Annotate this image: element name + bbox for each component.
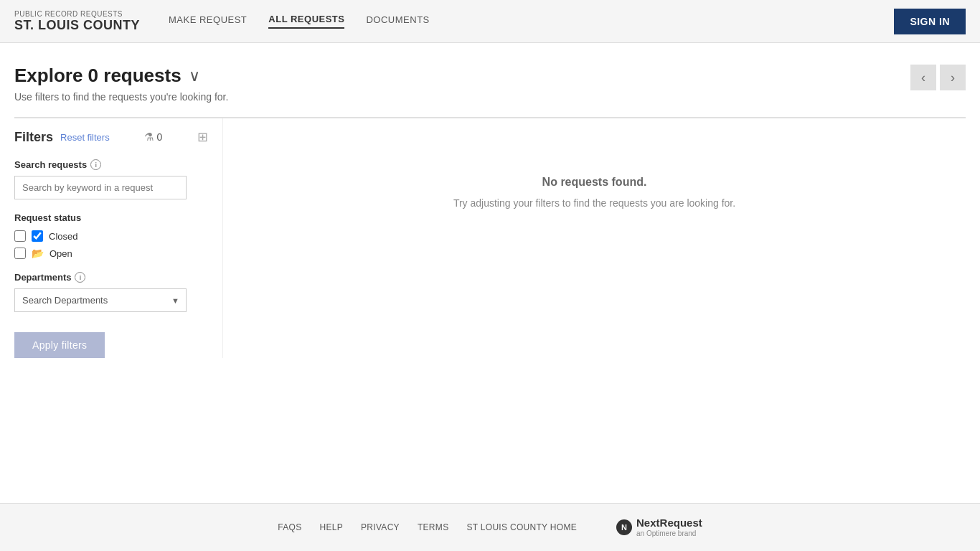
- status-open-checkbox[interactable]: [14, 248, 26, 259]
- no-results-sub: Try adjusting your filters to find the r…: [453, 197, 735, 209]
- status-closed-label[interactable]: Closed: [49, 231, 77, 242]
- prev-page-button[interactable]: ‹: [910, 65, 936, 90]
- request-status-section: Request status Closed 📂 Open: [14, 212, 208, 259]
- search-requests-label: Search requests i: [14, 159, 208, 170]
- brand-title: ST. LOUIS COUNTY: [14, 18, 140, 33]
- chevron-down-icon[interactable]: ∨: [189, 67, 200, 85]
- filter-count: 0: [156, 131, 162, 143]
- filters-panel: Filters Reset filters ⚗ 0 ⊞ Search reque…: [14, 118, 222, 358]
- grid-toggle-icon[interactable]: ⊞: [197, 129, 208, 145]
- apply-filters-button[interactable]: Apply filters: [14, 332, 105, 358]
- search-input[interactable]: [14, 176, 187, 199]
- status-closed-checkbox-unchecked[interactable]: [14, 230, 26, 242]
- brand-subtitle: Public Record Requests: [14, 10, 140, 18]
- filters-title: Filters: [14, 130, 53, 145]
- no-results-title: No requests found.: [542, 176, 647, 189]
- request-status-label: Request status: [14, 212, 208, 223]
- header: Public Record Requests ST. LOUIS COUNTY …: [0, 0, 980, 43]
- departments-info-icon[interactable]: i: [75, 272, 85, 283]
- reset-filters-link[interactable]: Reset filters: [60, 132, 110, 143]
- open-folder-icon: 📂: [32, 248, 44, 259]
- nav-all-requests[interactable]: All Requests: [268, 14, 344, 29]
- main-content-area: No requests found. Try adjusting your fi…: [222, 118, 966, 358]
- sign-in-button[interactable]: SIGN IN: [894, 9, 966, 34]
- departments-select[interactable]: Search Departments: [14, 288, 187, 312]
- explore-header: Explore 0 requests ∨: [14, 65, 966, 87]
- explore-title: Explore 0 requests: [14, 65, 182, 87]
- brand: Public Record Requests ST. LOUIS COUNTY: [14, 10, 140, 33]
- status-closed-item: Closed: [14, 230, 208, 242]
- departments-section: Departments i Search Departments ▼: [14, 272, 208, 312]
- filter-funnel-icon: ⚗: [144, 131, 154, 143]
- status-open-label[interactable]: Open: [50, 248, 72, 259]
- next-page-button[interactable]: ›: [940, 65, 966, 90]
- nav-make-request[interactable]: Make Request: [169, 14, 247, 28]
- search-info-icon[interactable]: i: [90, 159, 101, 170]
- explore-subtitle: Use filters to find the requests you're …: [14, 91, 966, 103]
- filters-header: Filters Reset filters ⚗ 0 ⊞: [14, 129, 208, 145]
- pagination-area: ‹ ›: [910, 65, 966, 90]
- status-closed-checkbox[interactable]: [32, 230, 43, 242]
- search-requests-section: Search requests i: [14, 159, 208, 199]
- status-open-item: 📂 Open: [14, 248, 208, 259]
- main-nav: Make Request All Requests Documents: [169, 0, 894, 42]
- nav-documents[interactable]: Documents: [366, 14, 429, 28]
- departments-label: Departments i: [14, 272, 208, 283]
